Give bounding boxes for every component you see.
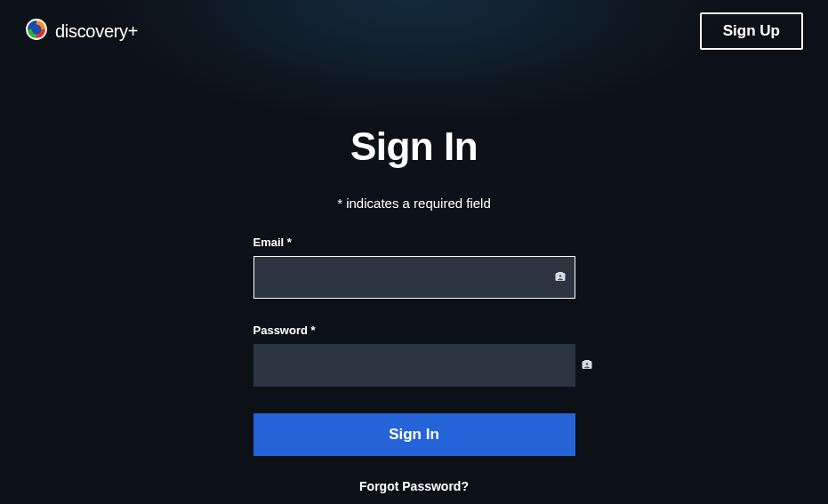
brand-name: discovery+ (55, 21, 138, 42)
email-label: Email * (253, 236, 575, 249)
email-input-wrapper (253, 256, 575, 299)
autofill-contact-icon[interactable] (554, 271, 567, 284)
svg-point-2 (32, 25, 42, 35)
brand-logo[interactable]: discovery+ (25, 18, 138, 44)
header: discovery+ Sign Up (0, 0, 828, 62)
forgot-password-link[interactable]: Forgot Password? (253, 479, 575, 493)
svg-rect-8 (584, 360, 590, 362)
signin-button[interactable]: Sign In (253, 413, 575, 456)
svg-rect-5 (558, 272, 563, 274)
svg-point-6 (559, 275, 561, 277)
password-field[interactable] (253, 344, 575, 387)
page-title: Sign In (350, 124, 478, 169)
autofill-password-icon[interactable] (581, 359, 593, 372)
email-field[interactable] (253, 256, 575, 299)
svg-point-9 (585, 363, 588, 365)
required-fields-note: * indicates a required field (337, 196, 491, 211)
password-label: Password * (253, 324, 575, 337)
password-input-wrapper (253, 344, 575, 387)
discovery-globe-icon (25, 18, 48, 44)
signin-form: Email * Password * (253, 236, 575, 493)
main-content: Sign In * indicates a required field Ema… (0, 62, 828, 493)
signup-button[interactable]: Sign Up (700, 12, 803, 50)
